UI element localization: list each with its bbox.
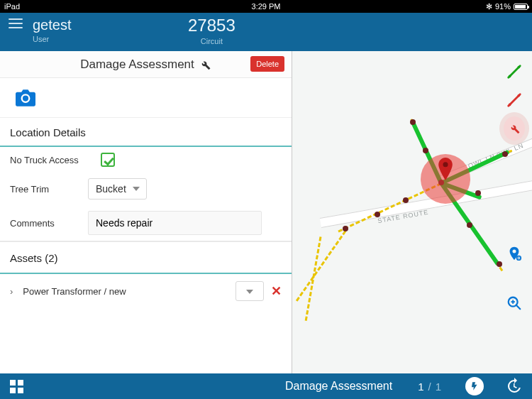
tree-trim-row: Tree Trim Bucket xyxy=(0,173,292,205)
node[interactable] xyxy=(375,212,380,217)
bottom-bar: Damage Assessment 1 / 1 xyxy=(0,373,532,399)
asset-remove-button[interactable]: ✕ xyxy=(271,283,282,299)
photo-row xyxy=(0,78,292,118)
svg-point-0 xyxy=(443,162,448,167)
camera-icon[interactable] xyxy=(16,89,35,106)
tree-trim-label: Tree Trim xyxy=(10,184,88,195)
map-pane[interactable]: STATE ROUTE OWL LN OWL LN xyxy=(292,51,532,373)
map-pin-icon[interactable] xyxy=(438,158,453,180)
menu-button[interactable] xyxy=(0,17,31,24)
flash-button[interactable] xyxy=(465,377,484,395)
location-details-header: Location Details xyxy=(0,118,292,147)
asset-dropdown[interactable] xyxy=(235,281,264,301)
node[interactable] xyxy=(502,151,508,157)
asset-row: › Power Transformer / new ✕ xyxy=(0,274,292,308)
page-current: 1 xyxy=(418,381,423,393)
page-sep: / xyxy=(428,381,431,393)
history-button[interactable] xyxy=(505,378,522,395)
apps-grid-button[interactable] xyxy=(10,380,23,393)
tool-damaged-line[interactable] xyxy=(504,89,525,111)
header-circuit-block[interactable]: 27853 Circuit xyxy=(188,16,235,45)
node[interactable] xyxy=(423,148,428,153)
hamburger-icon xyxy=(9,23,23,24)
header-circuit-id: 27853 xyxy=(188,16,235,35)
tree-trim-select[interactable]: Bucket xyxy=(88,178,147,200)
svg-point-3 xyxy=(509,104,511,106)
form-title-row: Damage Assessment Delete xyxy=(0,51,292,78)
chevron-right-icon[interactable]: › xyxy=(10,286,13,297)
assets-header: Assets (2) xyxy=(0,241,292,274)
status-bar: iPad 3:29 PM ✻ 91% xyxy=(0,0,532,13)
header-user-label: User xyxy=(33,35,71,43)
comments-input[interactable] xyxy=(88,211,262,235)
svg-point-6 xyxy=(519,258,520,259)
delete-button[interactable]: Delete xyxy=(250,56,284,72)
main-split: Damage Assessment Delete Location Detail… xyxy=(0,51,532,373)
no-truck-access-checkbox[interactable] xyxy=(101,153,115,167)
app-header: getest User 27853 Circuit xyxy=(0,13,532,51)
node[interactable] xyxy=(403,197,409,203)
asset-label[interactable]: Power Transformer / new xyxy=(23,286,228,297)
node[interactable] xyxy=(343,226,348,231)
svg-point-2 xyxy=(518,66,521,69)
node[interactable] xyxy=(475,190,481,196)
comments-row: Comments xyxy=(0,205,292,241)
header-user-name: getest xyxy=(33,17,71,33)
form-title: Damage Assessment xyxy=(80,58,194,72)
node[interactable] xyxy=(467,222,472,228)
tool-healthy-line[interactable] xyxy=(504,61,525,82)
location-details-section: No Truck Access Tree Trim Bucket Comment… xyxy=(0,147,292,241)
bluetooth-icon: ✻ xyxy=(486,2,492,11)
status-device: iPad xyxy=(4,2,20,11)
form-pane: Damage Assessment Delete Location Detail… xyxy=(0,51,292,373)
page-total: 1 xyxy=(436,381,441,393)
header-circuit-label: Circuit xyxy=(188,37,235,45)
pager: 1 / 1 xyxy=(418,381,441,393)
no-truck-access-row: No Truck Access xyxy=(0,147,292,173)
wrench-icon xyxy=(199,58,211,71)
wrench-circle-icon xyxy=(504,116,525,141)
tool-assessment-mode[interactable] xyxy=(504,118,525,139)
node[interactable] xyxy=(497,261,502,267)
bottom-title: Damage Assessment xyxy=(285,380,392,393)
line-segment xyxy=(296,231,346,302)
svg-point-4 xyxy=(518,94,521,97)
line-segment xyxy=(305,236,322,321)
tool-locate[interactable] xyxy=(504,243,525,264)
svg-line-8 xyxy=(516,305,521,310)
node[interactable] xyxy=(410,119,416,125)
comments-label: Comments xyxy=(10,218,88,229)
status-time: 3:29 PM xyxy=(0,2,532,11)
no-truck-access-label: No Truck Access xyxy=(10,155,88,165)
status-battery-text: 91% xyxy=(495,2,511,11)
svg-point-1 xyxy=(509,75,511,78)
header-user-block[interactable]: getest User xyxy=(33,17,71,43)
tool-zoom[interactable] xyxy=(504,293,525,314)
battery-icon xyxy=(514,4,528,10)
